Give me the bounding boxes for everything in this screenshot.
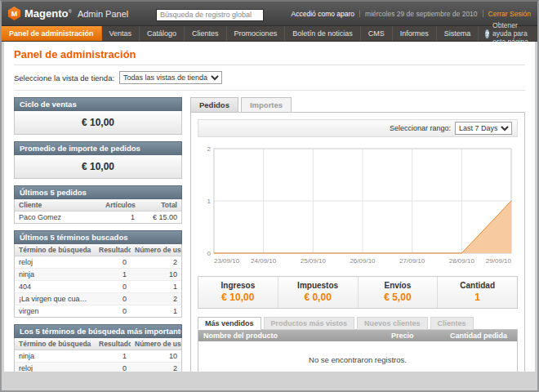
page-title: Panel de administración <box>14 48 525 60</box>
col-numero-usos: Número de usos <box>131 338 181 350</box>
table-row: ninja110 <box>15 269 181 281</box>
table-cell: reloj <box>15 256 95 269</box>
table-cell: 10 <box>131 269 181 281</box>
logged-in-user: Accedió como aparo <box>292 10 355 18</box>
magento-admin-window: Magento® Admin Panel Accedió como aparo … <box>0 0 539 392</box>
stat-impuestos: Impuestos € 0,00 <box>278 277 358 308</box>
col-cantidad-pedida: Cantidad pedida <box>445 330 517 341</box>
stat-value: € 0,00 <box>278 292 358 303</box>
table-cell: 2 <box>131 256 181 269</box>
magento-logo[interactable]: Magento® Admin Panel <box>8 7 128 20</box>
nav-item-cms[interactable]: CMS <box>361 26 393 41</box>
svg-text:24/09/10: 24/09/10 <box>251 257 277 265</box>
chart-tabs: Pedidos Importes <box>190 97 525 113</box>
top-search-terms-panel: Los 5 términos de búsqueda más important… <box>14 324 182 372</box>
table-cell: 1 <box>101 212 139 224</box>
range-select[interactable]: Last 7 Days <box>455 122 512 135</box>
svg-text:0: 0 <box>207 250 212 257</box>
svg-text:2: 2 <box>207 145 212 153</box>
store-view-select[interactable]: Todas las vistas de tienda <box>119 71 222 84</box>
col-resultados: Resultados <box>95 338 131 350</box>
range-label: Seleccionar rango: <box>390 124 451 132</box>
table-row: virgen01 <box>15 305 181 318</box>
logout-link[interactable]: Cerrar Sesión <box>488 10 531 18</box>
average-orders-panel: Promedio de importe de pedidos € 10,00 <box>14 141 182 179</box>
help-icon: ? <box>485 29 489 38</box>
tab-importes[interactable]: Importes <box>241 97 292 113</box>
svg-text:26/09/10: 26/09/10 <box>350 257 376 265</box>
col-total: Total <box>139 199 181 212</box>
table-cell: 1 <box>95 350 131 363</box>
last-search-terms-panel: Últimos 5 términos buscados Término de b… <box>14 230 182 318</box>
col-articulos: Artículos <box>101 199 139 212</box>
table-cell: reloj <box>15 363 95 372</box>
tab-nuevos-clientes[interactable]: Nuevos clientes <box>357 317 428 330</box>
range-bar: Seleccionar rango: Last 7 Days <box>198 119 518 137</box>
col-numero-usos: Número de usos <box>131 244 181 256</box>
last-search-terms-table: Término de búsqueda Resultados Número de… <box>14 244 182 318</box>
table-cell: ¡La virgen que cuadro! <box>15 293 95 305</box>
table-row: ninja110 <box>15 350 181 363</box>
table-row: Paco Gomez1€ 15.00 <box>15 212 181 224</box>
stat-envios: Envíos € 5,00 <box>358 277 438 308</box>
top-header: Magento® Admin Panel Accedió como aparo … <box>2 2 537 26</box>
tab-pedidos[interactable]: Pedidos <box>190 97 238 113</box>
magento-logo-icon <box>8 7 20 20</box>
table-cell: 2 <box>131 363 181 372</box>
last-orders-panel: Últimos 5 pedidos Cliente Artículos Tota… <box>14 185 182 224</box>
table-cell: 0 <box>95 305 131 318</box>
divider <box>14 65 525 65</box>
orders-panel: Seleccionar rango: Last 7 Days 23/09/102… <box>190 112 525 372</box>
table-cell: 10 <box>131 350 181 363</box>
table-cell: 0 <box>95 256 131 269</box>
tab-mas-vendidos[interactable]: Más vendidos <box>198 317 261 330</box>
lifetime-sales-value: € 10,00 <box>14 111 182 135</box>
content-area: Panel de administración Seleccione la vi… <box>4 42 535 372</box>
tab-productos-mas-vistos[interactable]: Productos más vistos <box>264 317 355 330</box>
table-row: 40401 <box>15 281 181 293</box>
divider <box>483 10 483 17</box>
nav-item-boletin[interactable]: Boletín de noticias <box>285 26 361 41</box>
stat-value: 1 <box>438 292 517 303</box>
page-help-link[interactable]: ? Obtener ayuda para esta página <box>479 26 537 41</box>
table-cell: ninja <box>15 269 95 281</box>
nav-item-informes[interactable]: Informes <box>393 26 437 41</box>
nav-item-clientes[interactable]: Clientes <box>185 26 227 41</box>
table-header-row: Nombre del producto Precio Cantidad pedi… <box>198 330 517 341</box>
table-cell: 404 <box>15 281 95 293</box>
svg-text:25/09/10: 25/09/10 <box>301 257 327 265</box>
nav-item-catalogo[interactable]: Catálogo <box>140 26 185 41</box>
nav-item-sistema[interactable]: Sistema <box>437 26 479 41</box>
main-nav: Panel de administración Ventas Catálogo … <box>2 26 537 42</box>
panel-title: Últimos 5 pedidos <box>14 185 182 199</box>
panel-title: Ciclo de ventas <box>14 97 182 111</box>
nav-item-promociones[interactable]: Promociones <box>227 26 286 41</box>
average-orders-value: € 10,00 <box>14 155 182 179</box>
stat-value: € 10,00 <box>198 292 278 303</box>
nav-item-ventas[interactable]: Ventas <box>102 26 140 41</box>
last-orders-table: Cliente Artículos Total Paco Gomez1€ 15.… <box>14 199 182 224</box>
table-header-row: Término de búsqueda Resultados Número de… <box>15 338 181 350</box>
brand-name: Magento® <box>24 7 72 20</box>
registered-mark: ® <box>68 9 71 14</box>
empty-message: No se encontraron registros. <box>198 341 517 372</box>
col-nombre-producto: Nombre del producto <box>198 330 386 341</box>
user-info: Accedió como aparo miércoles 29 de septi… <box>292 10 531 18</box>
table-cell: 1 <box>95 269 131 281</box>
panel-title: Promedio de importe de pedidos <box>14 141 182 155</box>
table-cell: Paco Gomez <box>15 212 101 224</box>
nav-item-panel-de-administracion[interactable]: Panel de administración <box>2 26 102 41</box>
products-tabs: Más vendidos Productos más vistos Nuevos… <box>198 317 518 330</box>
stat-cantidad: Cantidad 1 <box>437 277 517 308</box>
store-view-label: Seleccione la vista de tienda: <box>14 74 114 82</box>
table-cell: 2 <box>131 293 181 305</box>
top-search-terms-table: Término de búsqueda Resultados Número de… <box>14 338 182 372</box>
stat-ingresos: Ingresos € 10,00 <box>198 277 278 308</box>
svg-text:28/09/10: 28/09/10 <box>449 257 475 265</box>
tab-clientes[interactable]: Clientes <box>430 317 474 330</box>
table-cell: 0 <box>95 281 131 293</box>
global-search-input[interactable] <box>156 9 264 21</box>
col-precio: Precio <box>386 330 445 341</box>
svg-text:23/09/10: 23/09/10 <box>214 257 240 265</box>
panel-title: Los 5 términos de búsqueda más important… <box>14 324 182 338</box>
